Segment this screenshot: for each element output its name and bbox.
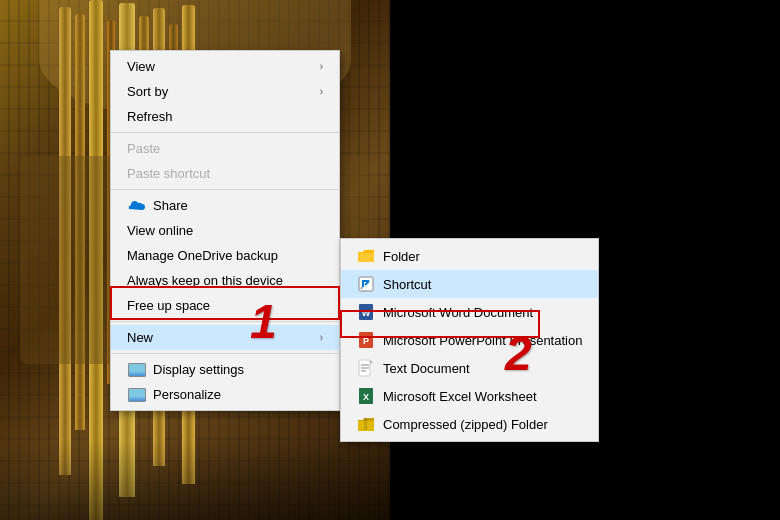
onedrive-icon (127, 199, 147, 213)
submenu-item-powerpoint[interactable]: P Microsoft PowerPoint Presentation (341, 326, 598, 354)
submenu-item-text-doc[interactable]: Text Document (341, 354, 598, 382)
menu-item-view-online[interactable]: View online (111, 218, 339, 243)
folder-icon (357, 247, 375, 265)
submenu-item-excel[interactable]: X Microsoft Excel Worksheet (341, 382, 598, 410)
submenu-item-word[interactable]: W Microsoft Word Document (341, 298, 598, 326)
shortcut-icon (357, 275, 375, 293)
separator-2 (111, 189, 339, 190)
menu-item-refresh[interactable]: Refresh (111, 104, 339, 129)
separator-1 (111, 132, 339, 133)
menu-item-display-settings[interactable]: Display settings (111, 357, 339, 382)
menu-item-share[interactable]: Share (111, 193, 339, 218)
submenu-item-shortcut[interactable]: Shortcut (341, 270, 598, 298)
arrow-icon: › (320, 86, 323, 97)
personalize-icon (127, 388, 147, 402)
menu-item-manage-onedrive[interactable]: Manage OneDrive backup (111, 243, 339, 268)
arrow-icon: › (320, 61, 323, 72)
zip-folder-icon (357, 415, 375, 433)
svg-text:P: P (363, 336, 369, 346)
menu-item-paste-shortcut[interactable]: Paste shortcut (111, 161, 339, 186)
submenu-item-folder[interactable]: Folder (341, 242, 598, 270)
menu-item-keep-device[interactable]: Always keep on this device (111, 268, 339, 293)
separator-3 (111, 321, 339, 322)
context-menu: View › Sort by › Refresh Paste Paste sho… (110, 50, 340, 411)
menu-item-sort-by[interactable]: Sort by › (111, 79, 339, 104)
menu-item-view[interactable]: View › (111, 54, 339, 79)
svg-text:X: X (363, 392, 369, 402)
menu-item-new[interactable]: New › (111, 325, 339, 350)
word-icon: W (357, 303, 375, 321)
menu-item-personalize[interactable]: Personalize (111, 382, 339, 407)
text-doc-icon (357, 359, 375, 377)
new-submenu: Folder Shortcut W Microsoft Word Documen… (340, 238, 599, 442)
submenu-arrow-icon: › (320, 332, 323, 343)
powerpoint-icon: P (357, 331, 375, 349)
separator-4 (111, 353, 339, 354)
display-settings-icon (127, 363, 147, 377)
menu-item-paste[interactable]: Paste (111, 136, 339, 161)
menu-item-free-space[interactable]: Free up space (111, 293, 339, 318)
svg-rect-11 (364, 418, 367, 430)
excel-icon: X (357, 387, 375, 405)
svg-text:W: W (362, 308, 371, 318)
submenu-item-zip[interactable]: Compressed (zipped) Folder (341, 410, 598, 438)
